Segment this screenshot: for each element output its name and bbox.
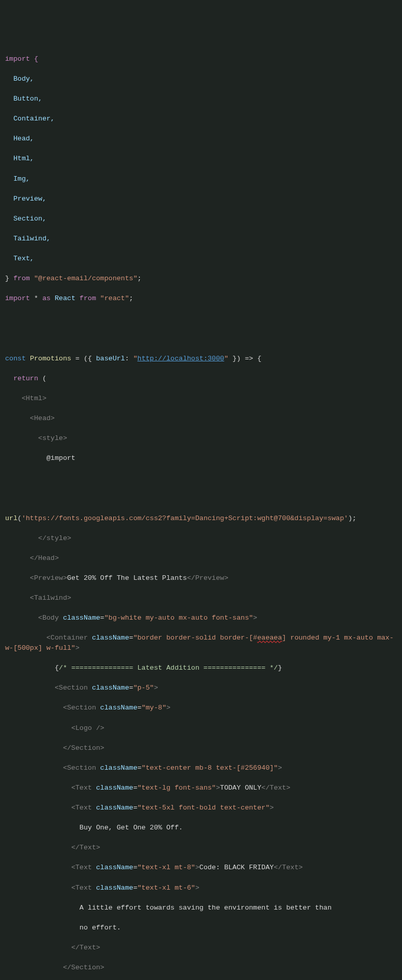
- code-line: return (: [5, 374, 397, 384]
- code-line: <Text className="text-5xl font-bold text…: [5, 803, 397, 813]
- code-line: <Body className="bg-white my-auto mx-aut…: [5, 613, 397, 623]
- code-line: </style>: [5, 533, 397, 544]
- code-line: <Section className="p-5">: [5, 683, 397, 693]
- code-line: Buy One, Get One 20% Off.: [5, 823, 397, 833]
- code-line: <Logo />: [5, 723, 397, 733]
- code-line: Html,: [5, 154, 397, 164]
- code-line: <Text className="text-xl mt-6">: [5, 883, 397, 893]
- code-line: Img,: [5, 174, 397, 184]
- code-line: <Html>: [5, 394, 397, 404]
- code-line: </Section>: [5, 963, 397, 973]
- code-line: Head,: [5, 134, 397, 144]
- code-line: </Text>: [5, 943, 397, 953]
- code-line: Text,: [5, 254, 397, 264]
- code-line: <style>: [5, 433, 397, 444]
- code-line: @import: [5, 453, 397, 463]
- code-line: Button,: [5, 94, 397, 104]
- code-line: [5, 473, 397, 483]
- code-line: <Preview>Get 20% Off The Latest Plants</…: [5, 573, 397, 583]
- code-line: [5, 494, 397, 504]
- code-line: <Tailwind>: [5, 593, 397, 603]
- code-line: import {: [5, 54, 397, 64]
- code-line: </Section>: [5, 743, 397, 753]
- code-line: no effort.: [5, 923, 397, 933]
- code-line: [5, 313, 397, 324]
- code-line: Tailwind,: [5, 234, 397, 244]
- code-editor-content[interactable]: import { Body, Button, Container, Head, …: [5, 44, 397, 980]
- code-line: Preview,: [5, 194, 397, 204]
- code-line: } from "@react-email/components";: [5, 274, 397, 284]
- spell-error[interactable]: eaeaea: [257, 634, 282, 642]
- code-line: <Section className="text-center mb-8 tex…: [5, 763, 397, 773]
- code-line: <Section className="my-8">: [5, 703, 397, 713]
- code-line: <Container className="border border-soli…: [5, 633, 397, 653]
- code-line: <Text className="text-lg font-sans">TODA…: [5, 783, 397, 793]
- code-line: </Text>: [5, 843, 397, 853]
- code-line: Section,: [5, 214, 397, 224]
- code-line: const Promotions = ({ baseUrl: "http://l…: [5, 354, 397, 364]
- code-line: [5, 334, 397, 344]
- code-line: <Text className="text-xl mt-8">Code: BLA…: [5, 863, 397, 873]
- code-line: <Head>: [5, 413, 397, 424]
- code-line: {/* =============== Latest Addition ====…: [5, 663, 397, 673]
- url-link[interactable]: http://localhost:3000: [137, 355, 224, 362]
- code-line: </Head>: [5, 553, 397, 564]
- code-line: Container,: [5, 114, 397, 124]
- code-line: import * as React from "react";: [5, 293, 397, 304]
- code-line: Body,: [5, 74, 397, 84]
- code-line: A little effort towards saving the envir…: [5, 903, 397, 913]
- code-line: url('https://fonts.googleapis.com/css2?f…: [5, 513, 397, 524]
